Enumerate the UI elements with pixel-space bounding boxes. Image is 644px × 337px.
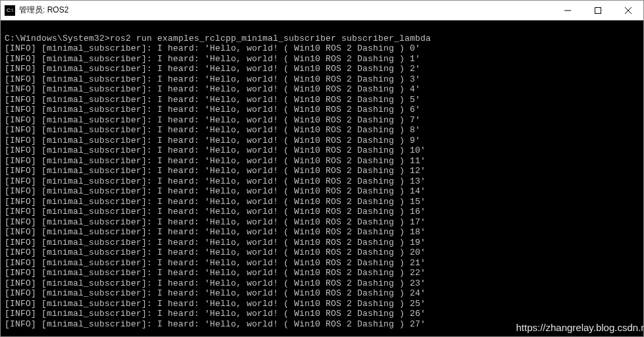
minimize-icon: [564, 7, 571, 14]
terminal-output[interactable]: C:\Windows\System32>ros2 run examples_rc…: [1, 20, 643, 336]
titlebar[interactable]: C:\ 管理员: ROS2: [1, 1, 643, 20]
maximize-button[interactable]: [583, 1, 613, 20]
console-window: C:\ 管理员: ROS2 C:\Windows\System32>ros2 r…: [0, 0, 644, 337]
close-icon: [625, 7, 632, 14]
minimize-button[interactable]: [553, 1, 583, 20]
app-icon: C:\: [5, 5, 15, 16]
window-title: 管理员: ROS2: [19, 5, 68, 16]
svg-rect-1: [595, 7, 601, 13]
maximize-icon: [595, 7, 601, 14]
close-button[interactable]: [613, 1, 643, 20]
